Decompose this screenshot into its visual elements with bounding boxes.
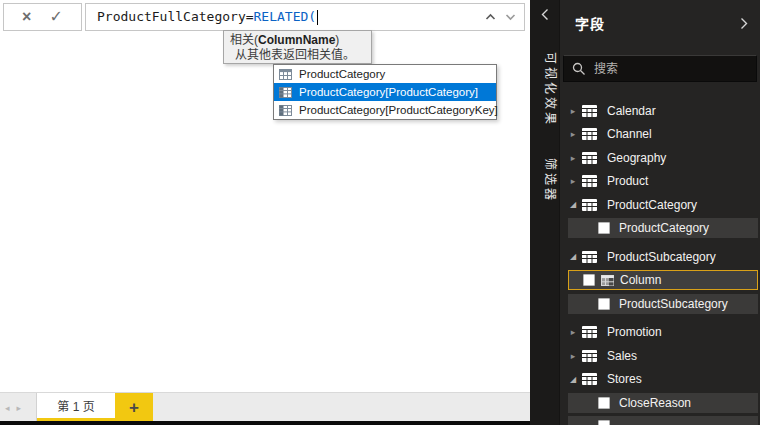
field-tree-field-row-wrap [560,415,760,425]
field-tree-table-row[interactable]: ▸ Product [560,170,760,194]
field-tree-field-row-wrap: Column [560,269,760,293]
field-tree-table-row[interactable]: ▸ Geography [560,146,760,170]
status-strip [0,421,530,425]
expand-triangle-icon[interactable]: ▸ [567,176,579,186]
table-name: Geography [607,151,666,165]
tab-filters[interactable]: 筛选器 [530,158,560,203]
column-icon [279,87,292,98]
tab-visualizations[interactable]: 可视化效果 [530,52,560,127]
report-canvas[interactable]: × ✓ ProductFullCategory=RELATED( 相关(Colu… [0,0,530,425]
prev-page-icon[interactable]: ◂ [5,403,10,413]
cancel-button[interactable]: × [22,9,31,25]
field-checkbox[interactable] [598,397,610,409]
field-checkbox[interactable] [598,222,610,234]
field-tree-table-row[interactable]: ◢ ProductCategory [560,193,760,217]
page-tab[interactable]: 第 1 页 [37,393,115,422]
collapse-triangle-icon[interactable]: ◢ [567,252,579,261]
field-tree-field-row[interactable] [568,416,758,425]
field-name: Column [620,273,661,287]
add-page-button[interactable]: + [115,393,153,422]
table-name: Stores [607,372,642,386]
accept-button[interactable]: ✓ [50,9,63,25]
autocomplete-item[interactable]: ProductCategory[ProductCategoryKey] [274,101,496,119]
field-tree-field-row-wrap: ProductSubcategory [560,292,760,316]
field-name: ProductCategory [619,221,709,235]
fields-panel-title: 字段 [575,13,605,33]
formula-text: ProductFullCategory=RELATED( [97,9,318,25]
table-name: Sales [607,349,637,363]
intellisense-tooltip: 相关(ColumnName) 从其他表返回相关值。 [223,30,372,64]
field-tree-field-row[interactable]: Column [568,270,758,290]
field-tree-table-row[interactable]: ▸ Promotion [560,321,760,345]
field-tree-table-row[interactable]: ▸ Channel [560,123,760,147]
autocomplete-item[interactable]: ProductCategory[ProductCategory] [274,83,496,101]
table-icon [279,69,292,80]
collapse-pane-icon[interactable] [541,8,549,21]
expand-triangle-icon[interactable]: ▸ [567,351,579,361]
autocomplete-item[interactable]: ProductCategory [274,65,496,83]
table-icon [582,251,597,263]
collapsed-panes-strip: 可视化效果 筛选器 [530,0,560,425]
expand-pane-icon[interactable] [740,17,748,30]
field-checkbox[interactable] [598,298,610,310]
field-tree-field-row-wrap: CloseReason [560,391,760,415]
field-tree-table-row[interactable]: ◢ Stores [560,368,760,392]
collapse-triangle-icon[interactable]: ◢ [567,375,579,384]
expand-triangle-icon[interactable]: ▸ [567,327,579,337]
formula-bar-buttons: × ✓ [3,3,82,31]
table-name: Product [607,174,648,188]
powerbi-window: × ✓ ProductFullCategory=RELATED( 相关(Colu… [0,0,760,425]
field-tree: ▸ Calendar▸ Channel▸ Geography▸ Product◢ [560,99,760,425]
field-tree-field-row[interactable]: ProductCategory [568,218,758,238]
calculated-column-icon [601,275,614,286]
function-signature: 相关(ColumnName) [230,33,365,48]
next-page-icon[interactable]: ▸ [17,403,22,413]
table-name: Calendar [607,104,656,118]
table-name: ProductCategory [607,198,697,212]
column-icon [279,105,292,116]
table-name: Promotion [607,325,662,339]
autocomplete-dropdown: ProductCategory ProductCategory[ProductC… [273,64,497,120]
expand-triangle-icon[interactable]: ▸ [567,153,579,163]
table-icon [582,128,597,140]
autocomplete-item-label: ProductCategory [299,68,385,80]
autocomplete-item-label: ProductCategory[ProductCategoryKey] [299,104,498,116]
field-tree-table-row[interactable]: ◢ ProductSubcategory [560,245,760,269]
field-name: ProductSubcategory [619,297,728,311]
function-description: 从其他表返回相关值。 [230,48,365,63]
table-icon [582,373,597,385]
table-icon [582,105,597,117]
table-name: Channel [607,127,652,141]
field-checkbox[interactable] [598,420,610,425]
table-icon [582,175,597,187]
table-icon [582,199,597,211]
field-tree-field-row[interactable]: CloseReason [568,393,758,413]
fields-panel: 字段 ▸ Calendar▸ Channel▸ [560,0,760,425]
formula-expand-down-icon[interactable] [505,13,516,21]
search-icon [572,62,586,76]
formula-expand-up-icon[interactable] [485,13,496,21]
expand-triangle-icon[interactable]: ▸ [567,106,579,116]
field-tree-table-row[interactable]: ▸ Calendar [560,99,760,123]
field-checkbox[interactable] [583,274,595,286]
field-tree-field-row-wrap: ProductCategory [560,217,760,241]
text-caret [317,10,318,25]
table-icon [582,350,597,362]
field-tree-field-row[interactable]: ProductSubcategory [568,294,758,314]
table-icon [582,152,597,164]
page-tab-bar: ◂ ▸ 第 1 页 + [0,392,530,421]
field-tree-table-row[interactable]: ▸ Sales [560,344,760,368]
table-icon [582,326,597,338]
search-box[interactable] [563,55,757,82]
table-name: ProductSubcategory [607,250,716,264]
field-name: CloseReason [619,396,691,410]
autocomplete-item-label: ProductCategory[ProductCategory] [299,86,478,98]
collapse-triangle-icon[interactable]: ◢ [567,200,579,209]
formula-input[interactable]: ProductFullCategory=RELATED( [85,3,525,31]
expand-triangle-icon[interactable]: ▸ [567,129,579,139]
search-input[interactable] [594,62,734,76]
